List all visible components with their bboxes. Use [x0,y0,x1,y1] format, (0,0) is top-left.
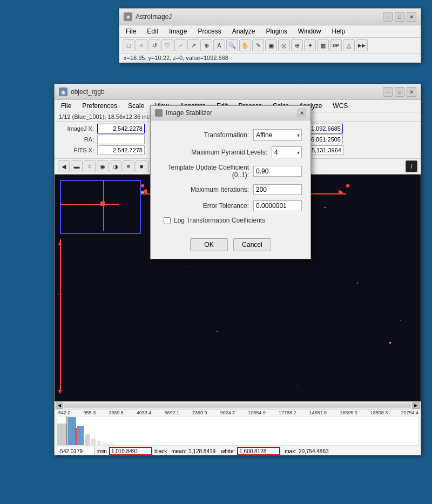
tool-dp[interactable]: DP [330,39,342,51]
dialog-body: Transformation: Affine Translation Rigid… [151,120,310,238]
obj-minimize-button[interactable]: − [383,87,393,97]
hist-min-input[interactable] [57,447,94,455]
log-transformation-checkbox[interactable] [164,217,171,224]
aij-toolbar: □ ○ ↺ ♡ ⟋ ↗ ⊕ A 🔍 ✋ ✎ ▣ ◎ ⊕ ✦ ▦ DP △ ▶▶ [119,38,421,53]
scale-0: -542.0 [57,410,71,415]
tool-oval[interactable]: ○ [136,39,147,51]
histogram-scale: -542.0 955.3 2369.6 4033.4 5697.1 7360.9… [55,409,421,416]
error-tolerance-label: Error Tolerance: [159,202,253,210]
cancel-button[interactable]: Cancel [233,238,271,251]
tool-aperture[interactable]: ▦ [317,39,329,51]
aij-status-bar: x=16.95, y=10.22, z=0, value=1092.668 [119,53,421,63]
obj-icon: ◉ [59,88,68,96]
scroll-track[interactable] [64,404,411,408]
scale-1: 955.3 [84,410,96,415]
transformation-label: Transformation: [159,131,253,139]
menu-edit[interactable]: Edit [145,26,160,36]
horizontal-scrollbar[interactable]: ◀ ▶ [55,401,421,409]
image-stabilizer-dialog: Image Stabilizer ✕ Transformation: Affin… [150,105,311,259]
close-button[interactable]: ✕ [407,12,416,22]
menu-window[interactable]: Window [296,26,323,36]
hist-mean-val: 1,128.8419 [188,448,215,454]
hist-white-input[interactable] [237,447,280,455]
hist-bar-0 [57,424,67,445]
tool-pencil[interactable]: ✎ [252,39,264,51]
img-tool-half[interactable]: ◑ [110,160,122,172]
obj-maximize-button[interactable]: □ [395,87,404,97]
tool-magnify[interactable]: 🔍 [226,39,238,51]
aij-title: AstroImageJ [136,13,172,21]
hist-bar-4 [91,439,96,445]
obj-menu-file[interactable]: File [59,101,73,111]
tool-arrow[interactable]: ↗ [187,39,199,51]
dialog-title: Image Stabilizer [166,109,212,117]
error-tolerance-row: Error Tolerance: [159,200,302,211]
histogram-canvas [57,416,418,446]
tool-freehand[interactable]: ♡ [161,39,173,51]
hist-max-label: max: [285,448,296,454]
img-tool-contrast[interactable]: ▬ [71,160,83,172]
img-tool-circle[interactable]: ○ [84,160,96,172]
histogram-area: -542.0 955.3 2369.6 4033.4 5697.1 7360.9… [55,409,421,455]
transformation-select[interactable]: Affine Translation Rigid [253,129,302,141]
template-coeff-label: Template Update Coefficient (0..1): [159,164,253,179]
img-tool-diagonal[interactable]: / [406,160,417,172]
tool-hand[interactable]: ✋ [239,39,251,51]
tool-rect[interactable]: □ [123,39,134,51]
img-tool-aperture[interactable]: ◉ [97,160,109,172]
tool-forward[interactable]: ▶▶ [356,39,368,51]
hist-black-input[interactable] [109,447,152,455]
hist-bar-2 [77,426,84,445]
img-tool-flip[interactable]: ◀ [58,160,70,172]
scale-8: 12768.2 [279,410,296,415]
menu-help[interactable]: Help [330,26,348,36]
tool-star[interactable]: ✦ [304,39,316,51]
measure-arrow-left: ▶ [142,188,147,196]
imagej-x-input[interactable] [97,124,145,133]
template-coeff-input[interactable] [253,166,302,177]
obj-close-button[interactable]: ✕ [407,87,416,97]
dialog-footer: OK Cancel [151,238,310,259]
tool-text[interactable]: A [213,39,225,51]
menu-analyze[interactable]: Analyze [230,26,258,36]
menu-image[interactable]: Image [167,26,189,36]
tool-grid[interactable]: ▣ [265,39,277,51]
ok-button[interactable]: OK [190,238,228,251]
histogram-controls: :min black mean: 1,128.8419 white: max: … [55,446,421,455]
obj-menu-preferences[interactable]: Preferences [80,101,119,111]
img-tool-grid[interactable]: ≡ [123,160,134,172]
tool-point[interactable]: ⊕ [200,39,212,51]
maximize-button[interactable]: □ [395,12,404,22]
menu-plugins[interactable]: Plugins [264,26,289,36]
scroll-right-btn[interactable]: ▶ [412,402,420,409]
img-tool-square[interactable]: ■ [136,160,147,172]
scale-4: 5697.1 [164,410,179,415]
menu-process[interactable]: Process [195,26,223,36]
dialog-icon [155,109,163,117]
tool-circle[interactable]: ◎ [278,39,290,51]
tool-line[interactable]: ⟋ [174,39,186,51]
hist-white-label: white: [221,448,235,454]
pyramid-levels-label: Maximum Pyramid Levels: [159,149,272,156]
obj-menu-wcs[interactable]: WCS [330,101,350,111]
aij-titlebar: ★ AstroImageJ − □ ✕ [119,9,421,25]
tool-poly[interactable]: ↺ [148,39,160,51]
ruler-arrow-up: ▲ [57,239,63,247]
tool-triangle[interactable]: △ [343,39,355,51]
minimize-button[interactable]: − [383,12,393,22]
scroll-left-btn[interactable]: ◀ [56,402,63,409]
hist-mean-label: mean: [171,448,186,454]
max-iterations-input[interactable] [253,184,302,195]
pyramid-levels-select[interactable]: 4 2 3 5 6 [272,146,302,158]
obj-menu-scale[interactable]: Scale [126,101,146,111]
dialog-close-button[interactable]: ✕ [298,109,306,117]
hist-bar-3 [85,434,90,445]
scale-3: 4033.4 [137,410,152,415]
ra-input[interactable] [97,135,145,144]
error-tolerance-input[interactable] [253,200,302,211]
menu-file[interactable]: File [124,26,138,36]
max-iterations-label: Maximum Iterations: [159,186,253,193]
crosshair-box [60,180,141,234]
fits-x-input[interactable] [97,145,145,155]
tool-crosshair[interactable]: ⊕ [291,39,303,51]
